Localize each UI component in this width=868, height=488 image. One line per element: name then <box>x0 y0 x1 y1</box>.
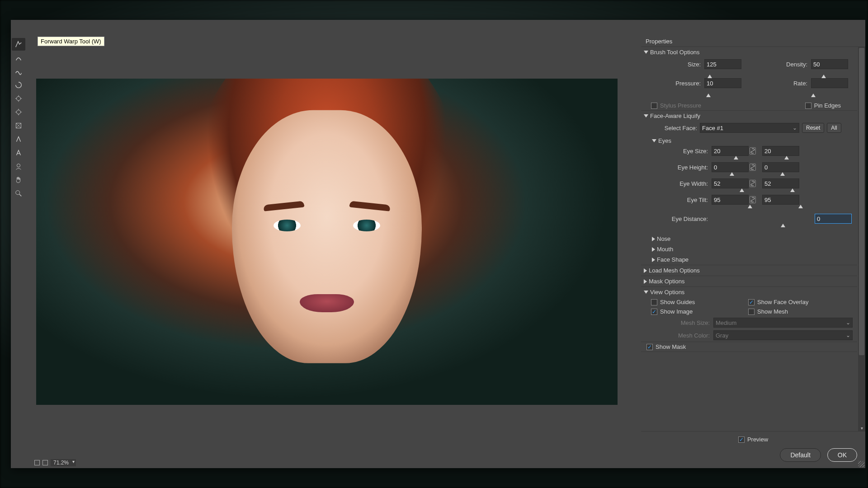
pucker-tool[interactable] <box>12 92 25 105</box>
eye-width-right-input[interactable] <box>762 178 799 188</box>
eye-width-left-input[interactable] <box>712 178 749 188</box>
eye-height-right-input[interactable] <box>762 162 799 172</box>
eye-height-left-slider[interactable] <box>712 172 750 178</box>
size-input[interactable] <box>704 59 741 69</box>
select-face-dropdown[interactable]: Face #1 <box>700 123 799 133</box>
section-header-brush[interactable]: Brush Tool Options <box>641 47 857 57</box>
eye-height-label: Eye Height: <box>641 164 712 171</box>
eye-tilt-right-input[interactable] <box>762 195 799 205</box>
portrait-eye <box>353 220 380 231</box>
rate-label: Rate: <box>761 80 811 87</box>
preview-checkbox[interactable] <box>738 436 745 443</box>
eye-distance-slider[interactable] <box>712 224 853 230</box>
section-header-view[interactable]: View Options <box>641 287 857 297</box>
section-header-eyes[interactable]: Eyes <box>641 136 857 146</box>
link-icon[interactable] <box>750 196 756 203</box>
pressure-label: Pressure: <box>641 80 704 87</box>
link-icon[interactable] <box>750 147 756 155</box>
show-mask-checkbox[interactable] <box>646 344 653 350</box>
default-button[interactable]: Default <box>780 448 821 462</box>
section-label: Mask Options <box>649 278 684 285</box>
eye-size-right-slider[interactable] <box>762 156 800 162</box>
section-header-face[interactable]: Face-Aware Liquify <box>641 111 857 121</box>
section-brush: Brush Tool Options Size: Density: Pressu… <box>641 47 857 111</box>
show-image-checkbox[interactable] <box>651 309 657 315</box>
eye-tilt-left-slider[interactable] <box>712 205 750 211</box>
show-mesh-checkbox[interactable] <box>748 309 755 315</box>
zoom-dropdown[interactable]: 71.2% <box>51 459 76 466</box>
disclosure-icon <box>644 279 647 284</box>
eye-tilt-right-slider[interactable] <box>762 205 800 211</box>
smooth-tool[interactable] <box>12 65 25 78</box>
twirl-tool[interactable] <box>12 79 25 91</box>
section-label: Mouth <box>657 246 673 253</box>
mesh-size-dropdown: Medium <box>713 318 853 328</box>
rate-input[interactable] <box>811 78 848 88</box>
eye-height-left-input[interactable] <box>712 162 749 172</box>
section-face-aware: Face-Aware Liquify Select Face: Face #1 … <box>641 111 857 265</box>
pin-edges-checkbox[interactable] <box>805 103 811 109</box>
disclosure-icon <box>644 291 648 294</box>
section-label: Load Mesh Options <box>649 267 700 274</box>
svg-point-3 <box>17 164 20 167</box>
eye-width-label: Eye Width: <box>641 180 712 187</box>
thaw-mask-tool[interactable] <box>12 146 25 159</box>
scroll-down-icon[interactable]: ▾ <box>858 425 865 431</box>
link-icon[interactable] <box>750 180 756 187</box>
eye-height-right-slider[interactable] <box>762 172 800 178</box>
disclosure-icon <box>652 258 655 262</box>
image-canvas[interactable] <box>36 79 618 405</box>
zoom-tool[interactable] <box>12 187 25 200</box>
hand-tool[interactable] <box>12 174 25 186</box>
show-image-label: Show Image <box>660 308 693 315</box>
stylus-checkbox <box>651 103 657 109</box>
disclosure-icon <box>652 237 655 241</box>
ok-button[interactable]: OK <box>827 448 857 462</box>
resize-grip-icon[interactable] <box>858 461 864 467</box>
bloat-tool[interactable] <box>12 106 25 118</box>
rate-slider[interactable] <box>811 88 853 97</box>
section-header-mask[interactable]: Mask Options <box>641 276 857 286</box>
pressure-input[interactable] <box>704 78 741 88</box>
eye-size-left-input[interactable] <box>712 146 749 156</box>
select-face-label: Select Face: <box>655 125 697 131</box>
eye-size-right-input[interactable] <box>762 146 799 156</box>
show-guides-checkbox[interactable] <box>651 299 657 305</box>
section-header-nose[interactable]: Nose <box>641 234 857 244</box>
density-input[interactable] <box>811 59 848 69</box>
stylus-label: Stylus Pressure <box>660 102 701 109</box>
size-slider[interactable] <box>704 69 746 78</box>
disclosure-icon <box>652 247 655 252</box>
pressure-slider[interactable] <box>704 88 746 97</box>
statusbar-box-icon[interactable] <box>34 460 40 465</box>
density-slider[interactable] <box>811 69 853 78</box>
size-label: Size: <box>641 61 704 68</box>
statusbar-box-icon[interactable] <box>42 460 48 465</box>
freeze-mask-tool[interactable] <box>12 133 25 145</box>
forward-warp-tool[interactable] <box>12 38 25 51</box>
eye-width-right-slider[interactable] <box>762 188 800 195</box>
density-label: Density: <box>761 61 811 68</box>
reconstruct-tool[interactable] <box>12 52 25 64</box>
portrait-lips <box>300 294 354 312</box>
section-label: Nose <box>657 235 670 242</box>
eye-size-left-slider[interactable] <box>712 156 750 162</box>
section-header-loadmesh[interactable]: Load Mesh Options <box>641 265 857 276</box>
eye-width-left-slider[interactable] <box>712 188 750 195</box>
scrollbar-thumb[interactable] <box>859 48 864 355</box>
section-header-faceshape[interactable]: Face Shape <box>641 254 857 265</box>
face-tool[interactable] <box>12 160 25 173</box>
all-button[interactable]: All <box>827 123 841 133</box>
eye-distance-input[interactable] <box>815 214 852 224</box>
svg-point-1 <box>17 110 21 114</box>
eye-tilt-left-input[interactable] <box>712 195 749 205</box>
reset-button[interactable]: Reset <box>802 123 824 133</box>
link-icon[interactable] <box>750 164 756 171</box>
mesh-color-label: Mesh Color: <box>641 332 713 339</box>
scrollbar[interactable]: ▴ ▾ <box>858 47 865 431</box>
disclosure-icon <box>652 139 656 142</box>
push-left-tool[interactable] <box>12 119 25 132</box>
section-header-mouth[interactable]: Mouth <box>641 244 857 254</box>
show-face-overlay-checkbox[interactable] <box>748 299 755 305</box>
mesh-size-label: Mesh Size: <box>641 319 713 326</box>
